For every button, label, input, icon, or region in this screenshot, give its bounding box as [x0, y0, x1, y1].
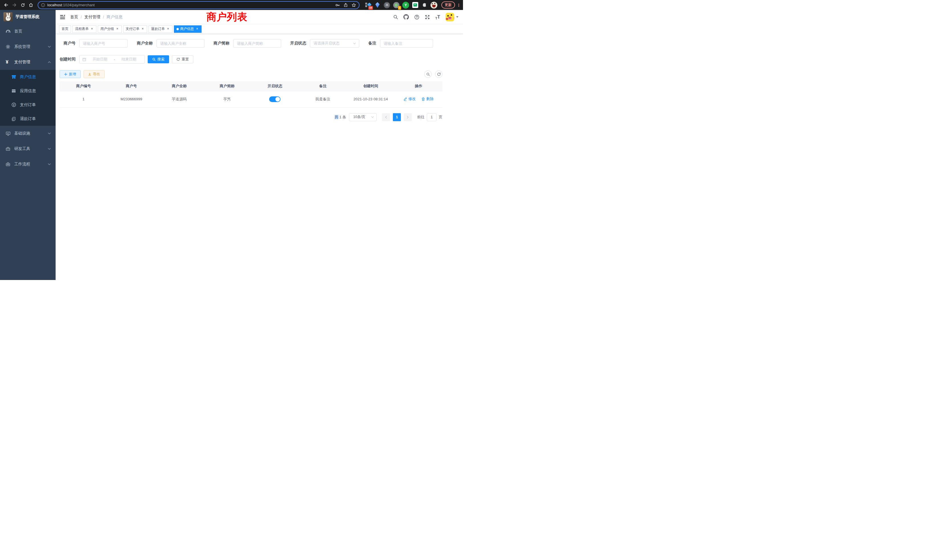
monitor-icon: [6, 131, 11, 136]
close-icon[interactable]: ×: [141, 27, 145, 31]
breadcrumb-section: 支付管理: [85, 15, 100, 20]
status-select[interactable]: 请选择开启状态: [310, 39, 359, 48]
close-icon[interactable]: ×: [166, 27, 170, 31]
sidebar-item-merchant-info[interactable]: 商户信息: [0, 70, 56, 84]
extension-progress-icon[interactable]: 10: [365, 2, 371, 9]
tab-pay-order[interactable]: 支付订单×: [123, 26, 147, 33]
extension-recorder-icon[interactable]: 1: [393, 2, 400, 9]
goto-page-input[interactable]: [427, 113, 436, 121]
close-icon[interactable]: ×: [115, 27, 119, 31]
col-remark: 备注: [299, 81, 346, 91]
browser-update-button[interactable]: 更新: [441, 2, 455, 9]
delete-link[interactable]: 删除: [421, 96, 434, 101]
page-number-1[interactable]: 1: [393, 113, 401, 121]
merchant-short-input[interactable]: [233, 39, 281, 48]
show-search-toggle-button[interactable]: [424, 70, 432, 78]
fullscreen-icon[interactable]: [425, 15, 430, 20]
tab-process-form[interactable]: 流程表单×: [73, 26, 96, 33]
home-icon[interactable]: [27, 1, 35, 9]
download-icon: [88, 73, 91, 76]
toolbox-icon: [6, 147, 11, 151]
extensions-puzzle-icon[interactable]: [421, 2, 428, 9]
sidebar-item-app-info[interactable]: 应用信息: [0, 84, 56, 98]
browser-menu-icon[interactable]: ⋮: [457, 3, 461, 8]
refresh-table-button[interactable]: [435, 70, 442, 78]
github-icon[interactable]: [403, 14, 409, 20]
goto-label: 前往: [417, 115, 425, 120]
site-info-icon[interactable]: [41, 3, 45, 7]
extension-docs-icon[interactable]: [412, 2, 419, 9]
edit-pencil-icon: [403, 97, 407, 101]
status-toggle[interactable]: [269, 96, 280, 102]
search-button[interactable]: 搜索: [148, 55, 169, 63]
sidebar-item-pay-order[interactable]: 支付订单: [0, 98, 56, 112]
reload-icon[interactable]: [19, 1, 27, 9]
close-icon[interactable]: ×: [90, 27, 94, 31]
cell-merchant-id: 1: [60, 91, 107, 107]
calendar-icon: [82, 58, 86, 61]
url-bar[interactable]: localhost:1024/pay/merchant: [38, 1, 360, 9]
next-page-button[interactable]: [404, 113, 412, 121]
extension-command-icon[interactable]: ⌘: [383, 2, 390, 9]
breadcrumb-home[interactable]: 首页: [70, 15, 78, 20]
sidebar-item-label: 首页: [14, 29, 22, 34]
share-icon[interactable]: [343, 3, 348, 7]
merchant-no-input[interactable]: [79, 39, 128, 48]
sidebar-item-devtools[interactable]: 研发工具: [0, 141, 56, 157]
sidebar-toggle-icon[interactable]: [60, 15, 65, 20]
create-time-range-picker[interactable]: 开始日期 - 结束日期: [79, 55, 145, 64]
sidebar-item-label: 支付订单: [20, 102, 36, 107]
sidebar-item-home[interactable]: 首页: [0, 24, 56, 39]
merchant-name-input[interactable]: [156, 39, 204, 48]
add-button[interactable]: 新增: [60, 70, 81, 78]
table-row: 1 M233666999 芋道源码 芋艿 我是备注 2021-10-23 08:…: [60, 91, 442, 107]
sidebar-logo[interactable]: 芋道管理系统: [0, 10, 56, 24]
create-time-label: 创建时间: [60, 57, 76, 62]
password-key-icon[interactable]: [335, 3, 340, 8]
tab-refund-order[interactable]: 退款订单×: [148, 26, 172, 33]
app-logo-avatar: [3, 12, 12, 21]
back-icon[interactable]: [2, 1, 10, 9]
sidebar-item-label: 基础设施: [14, 131, 30, 136]
extension-kite-icon[interactable]: [374, 2, 381, 9]
trash-icon: [421, 97, 425, 101]
help-icon[interactable]: [414, 15, 419, 20]
page-unit-label: 页: [439, 115, 442, 120]
sidebar-item-workflow[interactable]: 工作流程: [0, 157, 56, 172]
refresh-icon: [177, 58, 180, 61]
sidebar-item-system[interactable]: 系统管理: [0, 39, 56, 54]
export-button[interactable]: 导出: [83, 70, 104, 78]
bookmark-star-icon[interactable]: [351, 3, 356, 8]
tab-home[interactable]: 首页: [59, 26, 71, 33]
prev-page-button[interactable]: [382, 113, 390, 121]
extension-y-icon[interactable]: Y: [402, 2, 409, 9]
user-menu[interactable]: [446, 13, 458, 21]
sidebar-item-pay[interactable]: ¥ 支付管理: [0, 54, 56, 70]
cell-create-time: 2021-10-23 08:31:14: [346, 91, 395, 107]
tab-user-group[interactable]: 用户分组×: [98, 26, 122, 33]
sidebar-item-label: 退款订单: [20, 117, 36, 121]
edit-link[interactable]: 修改: [403, 96, 416, 101]
sidebar-item-infra[interactable]: 基础设施: [0, 126, 56, 141]
dashboard-icon: [6, 29, 11, 34]
gear-icon: [6, 44, 11, 49]
status-label: 开启状态: [290, 41, 310, 46]
cell-merchant-no: M233666999: [107, 91, 155, 107]
close-icon[interactable]: ×: [195, 27, 199, 31]
tab-merchant-info[interactable]: 商户信息×: [174, 26, 201, 33]
sidebar-item-refund-order[interactable]: 退款订单: [0, 112, 56, 126]
font-size-icon[interactable]: TT: [435, 14, 440, 20]
sidebar-item-label: 应用信息: [20, 88, 36, 94]
remark-input[interactable]: [380, 39, 433, 48]
user-avatar: [446, 13, 454, 21]
reset-button[interactable]: 重置: [172, 55, 193, 63]
chevron-up-icon: [48, 61, 51, 64]
top-navbar: 首页 / 支付管理 / 商户信息 TT: [56, 10, 463, 24]
header-search-icon[interactable]: [393, 15, 398, 20]
page-size-select[interactable]: 10条/页: [349, 113, 377, 121]
profile-avatar-icon[interactable]: [431, 2, 437, 9]
sidebar-item-label: 研发工具: [14, 146, 30, 151]
annotation-merchant-list: 商户列表: [206, 10, 247, 24]
grid-icon: [11, 89, 16, 93]
forward-icon[interactable]: [11, 1, 18, 9]
